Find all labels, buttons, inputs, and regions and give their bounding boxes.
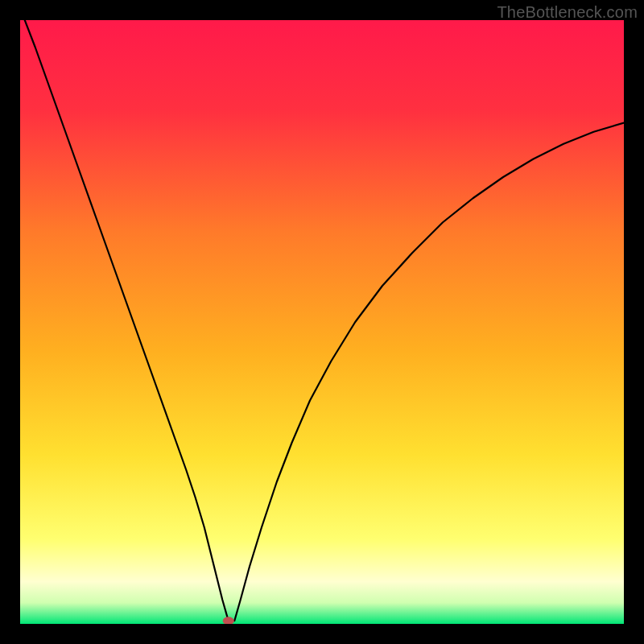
gradient-background	[20, 20, 624, 624]
plot-area	[20, 20, 624, 624]
chart-container: TheBottleneck.com	[0, 0, 644, 644]
chart-svg	[20, 20, 624, 624]
watermark-text: TheBottleneck.com	[497, 3, 638, 22]
